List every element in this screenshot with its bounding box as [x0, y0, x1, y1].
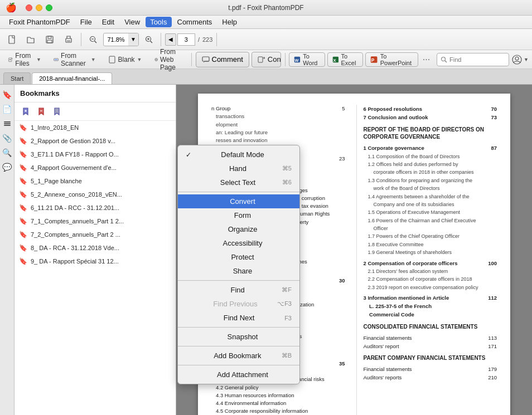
svg-text:P: P — [371, 57, 375, 63]
menu-edit[interactable]: Edit — [98, 17, 119, 27]
from-web-page-button[interactable]: From Web Page — [149, 52, 188, 67]
list-item[interactable]: 🔖 8_ DA - RCA - 31.12.2018 Vde... — [14, 241, 176, 255]
menu-snapshot[interactable]: Snapshot — [178, 330, 299, 344]
shortcut-label: ⌥F3 — [277, 300, 292, 307]
menu-tools[interactable]: Tools — [146, 17, 171, 27]
maximize-button[interactable] — [46, 4, 52, 11]
menu-foxit[interactable]: Foxit PhantomPDF — [4, 17, 75, 27]
search-icon — [441, 56, 447, 63]
title-bar: 🍎 t.pdf - Foxit PhantomPDF — [0, 0, 532, 16]
svg-line-10 — [150, 41, 152, 43]
close-button[interactable] — [26, 4, 32, 11]
menu-select-text[interactable]: Select Text ⌘6 — [178, 175, 299, 189]
zoom-control: 71.8% ▼ — [103, 33, 139, 46]
sidebar-attachments-icon[interactable]: 📎 — [2, 133, 13, 144]
menu-view[interactable]: View — [120, 17, 144, 27]
bookmark-label: 8_ DA - RCA - 31.12.2018 Vde... — [31, 245, 119, 251]
total-pages: 223 — [202, 36, 212, 43]
add-bookmark-icon-btn[interactable] — [19, 105, 32, 118]
bookmarks-toolbar — [14, 102, 176, 121]
convert-main-button[interactable]: Convert — [252, 52, 281, 67]
menu-item-label: Accessibility — [223, 239, 263, 247]
list-item[interactable]: 🔖 7_2_Comptes_annuels_Part 2 ... — [14, 228, 176, 241]
separator3 — [216, 33, 217, 46]
comment-button[interactable]: Comment — [196, 52, 249, 67]
open-file-button[interactable] — [22, 33, 39, 46]
svg-rect-0 — [9, 36, 14, 43]
sidebar-bookmarks-icon[interactable]: 🔖 — [2, 89, 13, 100]
svg-rect-22 — [202, 57, 209, 61]
from-web-page-label: From Web Page — [160, 48, 182, 71]
menu-protect[interactable]: Protect — [178, 250, 299, 264]
zoom-in-button[interactable] — [141, 33, 157, 46]
page-input[interactable]: 3 — [177, 33, 195, 46]
blank-arrow: ▼ — [137, 57, 142, 62]
menu-share[interactable]: Share — [178, 264, 299, 278]
menu-find-previous: Find Previous ⌥F3 — [178, 297, 299, 311]
separator2 — [161, 33, 161, 46]
sidebar-comments-icon[interactable]: 💬 — [2, 162, 13, 173]
sidebar-pages-icon[interactable]: 📄 — [2, 104, 13, 115]
list-item[interactable]: 🔖 9_ DA - Rapport Spécial 31 12... — [14, 255, 176, 268]
to-excel-button[interactable]: X To Excel — [327, 52, 364, 67]
menu-add-attachment[interactable]: Add Attachment — [178, 368, 299, 382]
list-item[interactable]: 🔖 5_2_Annexe_conso_2018_vEN... — [14, 188, 176, 201]
menu-organize[interactable]: Organize — [178, 222, 299, 236]
bookmark-icon: 🔖 — [19, 204, 27, 212]
zoom-dropdown-button[interactable]: ▼ — [128, 33, 138, 46]
bookmark-icon: 🔖 — [19, 257, 27, 265]
remove-bookmark-icon-btn[interactable] — [35, 105, 48, 118]
list-item[interactable]: 🔖 7_1_Comptes_annuels_Part 1 2... — [14, 214, 176, 228]
tab-document[interactable]: 2018-annual-financial-... — [32, 72, 112, 84]
menu-convert[interactable]: Convert — [178, 194, 299, 208]
list-item[interactable]: 🔖 5_1_Page blanche — [14, 174, 176, 188]
prev-page-button[interactable]: ◀ — [165, 33, 176, 46]
shortcut-label: ⌘B — [282, 352, 292, 359]
menu-hand[interactable]: Hand ⌘5 — [178, 162, 299, 175]
user-icon-area[interactable]: ▼ — [511, 54, 529, 65]
new-file-button[interactable] — [3, 33, 20, 46]
tab-start[interactable]: Start — [3, 72, 31, 84]
svg-rect-35 — [4, 123, 11, 124]
search-input[interactable] — [449, 56, 505, 63]
sidebar-layers-icon[interactable] — [2, 118, 13, 129]
bookmark-icon: 🔖 — [19, 150, 27, 158]
menu-item-label: Snapshot — [228, 333, 258, 341]
list-item[interactable]: 🔖 3_E71.1 DA FY18 - Rapport O... — [14, 148, 176, 161]
bookmark-label: 6_11.21 DA - RCC - 31.12.201... — [31, 204, 119, 211]
menu-find[interactable]: Find ⌘F — [178, 283, 299, 297]
menu-form[interactable]: Form — [178, 208, 299, 222]
more-options-button[interactable]: ··· — [420, 55, 432, 65]
save-button[interactable] — [41, 33, 58, 46]
list-item[interactable]: 🔖 2_Rapport de Gestion 2018 v... — [14, 134, 176, 148]
menu-item-label: Find Previous — [213, 300, 257, 308]
list-item[interactable]: 🔖 6_11.21 DA - RCC - 31.12.201... — [14, 201, 176, 214]
bookmark-icon: 🔖 — [19, 164, 27, 172]
zoom-out-button[interactable] — [85, 33, 101, 46]
menu-accessibility[interactable]: Accessibility — [178, 236, 299, 250]
from-scanner-button[interactable]: From Scanner ▼ — [49, 52, 101, 67]
minimize-button[interactable] — [36, 4, 42, 11]
to-word-button[interactable]: W To Word — [289, 52, 325, 67]
tab-bar: Start 2018-annual-financial-... — [0, 69, 532, 85]
menu-item-label: Convert — [230, 197, 255, 206]
print-button[interactable] — [60, 33, 77, 46]
list-item[interactable]: 🔖 4_Rapport Gouvernement d'e... — [14, 161, 176, 174]
collapse-bookmark-icon-btn[interactable] — [50, 105, 64, 118]
menu-item-label: Select Text — [220, 178, 255, 187]
menu-item-label: Organize — [228, 225, 258, 233]
from-files-button[interactable]: From Files ▼ — [3, 52, 46, 67]
menu-find-next[interactable]: Find Next F3 — [178, 311, 299, 325]
sidebar-search-icon[interactable]: 🔍 — [2, 147, 13, 158]
blank-button[interactable]: Blank ▼ — [103, 52, 147, 67]
svg-point-33 — [515, 57, 519, 60]
menu-comments[interactable]: Comments — [173, 17, 217, 27]
menu-help[interactable]: Help — [217, 17, 241, 27]
menu-add-bookmark[interactable]: Add Bookmark ⌘B — [178, 349, 299, 363]
to-powerpoint-button[interactable]: P To PowerPoint — [365, 52, 418, 67]
menu-file[interactable]: File — [76, 17, 96, 27]
menu-default-mode[interactable]: ✓ Default Mode — [178, 148, 299, 162]
list-item[interactable]: 🔖 1_Intro_2018_EN — [14, 121, 176, 134]
bookmark-icon: 🔖 — [19, 124, 27, 131]
zoom-input[interactable]: 71.8% — [104, 36, 128, 43]
